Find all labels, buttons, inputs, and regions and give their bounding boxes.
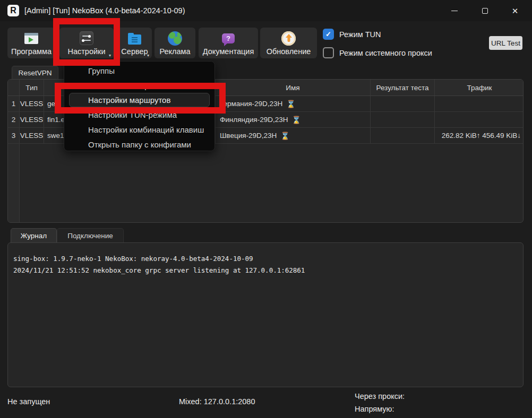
column-header-type[interactable]: Тип (20, 80, 44, 95)
settings-dropdown-menu: Группы Основные настройки Настройки марш… (64, 61, 215, 151)
tab-journal[interactable]: Журнал (11, 228, 57, 243)
checkbox-checked-icon[interactable]: ✓ (323, 29, 334, 40)
cell-test-result (371, 112, 435, 127)
maximize-icon (482, 8, 488, 14)
tun-mode-toggle[interactable]: ✓ Режим TUN (323, 29, 381, 40)
menu-item-tun-settings[interactable]: Настройки TUN-режима (64, 107, 214, 122)
chevron-down-icon: ▾ (147, 53, 149, 58)
close-icon: ✕ (512, 7, 519, 15)
status-inbound-address: Mixed: 127.0.0.1:2080 (179, 397, 255, 406)
toolbar-button-label: Реклама (159, 47, 190, 56)
toolbar-button-update[interactable]: Обновление (260, 28, 317, 58)
app-logo-icon: R (7, 5, 19, 16)
system-proxy-toggle[interactable]: Режим системного прокси (323, 47, 432, 58)
cell-test-result (371, 128, 435, 143)
cell-name: Швеция-29D,23H⌛ (216, 128, 371, 143)
toolbar-button-label: Настройки (67, 47, 105, 56)
app-window-icon (24, 31, 39, 46)
globe-icon (168, 31, 183, 46)
cell-traffic (435, 112, 524, 127)
status-via-proxy: Через прокси: (355, 392, 405, 400)
url-test-button[interactable]: URL Test (489, 36, 522, 50)
update-arrow-icon (281, 31, 296, 46)
hourglass-icon: ⌛ (286, 100, 295, 108)
toolbar-button-label: Сервер (121, 47, 148, 56)
menu-item-hotkey-settings[interactable]: Настройки комбинаций клавиш (64, 122, 214, 137)
menu-item-open-config-folder[interactable]: Открыть папку с конфигами (64, 137, 214, 152)
toolbar-button-label: Обновление (267, 47, 311, 56)
hourglass-icon: ⌛ (280, 132, 289, 140)
system-proxy-label: Режим системного прокси (339, 49, 432, 57)
cell-type: VLESS (20, 112, 44, 127)
chevron-down-icon: ▾ (109, 53, 111, 58)
tab-connection[interactable]: Подключение (57, 228, 124, 243)
minimize-icon (451, 11, 458, 11)
cell-type: VLESS (20, 96, 44, 111)
chat-question-icon: ? (221, 31, 236, 46)
checkbox-unchecked-icon[interactable] (323, 47, 334, 58)
cell-traffic: 262.82 KiB↑ 456.49 KiB↓ (435, 128, 524, 143)
maximize-button[interactable] (474, 0, 496, 21)
toolbar-button-label: Программа (11, 47, 52, 56)
tun-mode-label: Режим TUN (339, 30, 381, 39)
menu-item-groups[interactable]: Группы (64, 63, 214, 78)
group-tab-resetvpn[interactable]: ResetVPN (12, 66, 58, 80)
toolbar-button-documentation[interactable]: ? Документация (199, 28, 258, 58)
column-header-traffic[interactable]: Трафик (435, 80, 524, 95)
close-button[interactable]: ✕ (504, 0, 526, 21)
toolbar-button-ads[interactable]: Реклама (155, 28, 195, 58)
cell-name: Германия-29D,23H⌛ (216, 96, 371, 111)
menu-item-basic-settings[interactable]: Основные настройки (64, 78, 214, 93)
toolbar-button-label: Документация (203, 47, 254, 56)
log-line: 2024/11/21 12:51:52 nekobox_core grpc se… (13, 266, 305, 274)
toolbar-button-program[interactable]: Программа (7, 28, 55, 58)
cell-type: VLESS (20, 128, 44, 143)
title-bar: R [Admin] [Tun] NekoBox (4.0-beta4-2024-… (0, 0, 532, 21)
menu-item-routing-settings[interactable]: Настройки маршрутов (69, 93, 210, 107)
folder-icon (127, 31, 142, 46)
cell-test-result (371, 96, 435, 111)
status-direct: Напрямую: (355, 405, 394, 413)
window-title: [Admin] [Tun] NekoBox (4.0-beta4-2024-10… (24, 0, 185, 21)
toolbar-button-server[interactable]: Сервер ▾ (117, 28, 152, 58)
column-header-test-result[interactable]: Результат теста (371, 80, 435, 95)
cell-traffic (435, 96, 524, 111)
column-header-name[interactable]: Имя (216, 80, 371, 95)
log-line: sing-box: 1.9.7-neko-1 NekoBox: nekoray-… (13, 255, 253, 263)
log-panel[interactable]: sing-box: 1.9.7-neko-1 NekoBox: nekoray-… (7, 242, 524, 387)
toolbar-button-settings[interactable]: Настройки ▾ (59, 28, 114, 58)
sliders-icon (79, 31, 94, 46)
cell-name: Финляндия-29D,23H⌛ (216, 112, 371, 127)
status-run-state: Не запущен (7, 397, 50, 406)
hourglass-icon: ⌛ (291, 116, 301, 124)
minimize-button[interactable] (443, 0, 466, 21)
